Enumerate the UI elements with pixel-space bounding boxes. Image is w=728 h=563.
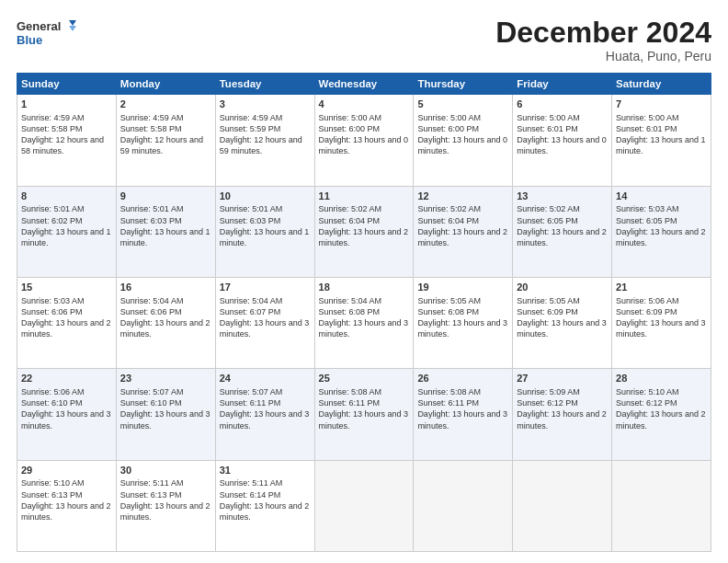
sunrise-text: Sunrise: 4:59 AM: [220, 112, 311, 123]
table-row: 29Sunrise: 5:10 AMSunset: 6:13 PMDayligh…: [17, 460, 117, 551]
sunset-text: Sunset: 6:05 PM: [517, 215, 608, 226]
daylight-text: Daylight: 13 hours and 0 minutes.: [319, 134, 410, 156]
sunset-text: Sunset: 6:03 PM: [220, 215, 311, 226]
sunset-text: Sunset: 6:06 PM: [21, 306, 112, 317]
day-number: 7: [616, 98, 707, 111]
day-number: 17: [220, 281, 311, 294]
sunset-text: Sunset: 6:08 PM: [319, 306, 410, 317]
col-tuesday: Tuesday: [215, 74, 314, 95]
table-row: 26Sunrise: 5:08 AMSunset: 6:11 PMDayligh…: [414, 369, 513, 460]
daylight-text: Daylight: 13 hours and 3 minutes.: [120, 408, 211, 431]
col-monday: Monday: [116, 74, 215, 95]
daylight-text: Daylight: 13 hours and 3 minutes.: [319, 408, 410, 431]
table-row: 12Sunrise: 5:02 AMSunset: 6:04 PMDayligh…: [414, 186, 513, 277]
calendar-week-row: 29Sunrise: 5:10 AMSunset: 6:13 PMDayligh…: [17, 460, 711, 551]
daylight-text: Daylight: 13 hours and 0 minutes.: [417, 134, 508, 156]
col-wednesday: Wednesday: [314, 74, 414, 95]
daylight-text: Daylight: 13 hours and 2 minutes.: [319, 226, 410, 248]
day-number: 1: [21, 98, 112, 111]
title-block: December 2024 Huata, Puno, Peru: [495, 17, 711, 63]
table-row: 20Sunrise: 5:05 AMSunset: 6:09 PMDayligh…: [513, 277, 612, 368]
table-row: 15Sunrise: 5:03 AMSunset: 6:06 PMDayligh…: [17, 277, 117, 368]
daylight-text: Daylight: 13 hours and 1 minute.: [21, 226, 112, 248]
sunset-text: Sunset: 6:02 PM: [21, 215, 112, 226]
day-number: 14: [616, 190, 707, 203]
sunrise-text: Sunrise: 5:06 AM: [616, 295, 707, 306]
daylight-text: Daylight: 13 hours and 3 minutes.: [417, 408, 508, 431]
sunrise-text: Sunrise: 5:00 AM: [517, 112, 608, 123]
sunset-text: Sunset: 6:11 PM: [319, 397, 410, 408]
day-number: 18: [319, 281, 410, 294]
day-number: 30: [120, 464, 211, 477]
day-number: 23: [120, 372, 211, 385]
table-row: 21Sunrise: 5:06 AMSunset: 6:09 PMDayligh…: [612, 277, 711, 368]
calendar-week-row: 22Sunrise: 5:06 AMSunset: 6:10 PMDayligh…: [17, 369, 711, 460]
sunset-text: Sunset: 5:58 PM: [21, 123, 112, 134]
table-row: 14Sunrise: 5:03 AMSunset: 6:05 PMDayligh…: [612, 186, 711, 277]
sunset-text: Sunset: 6:03 PM: [120, 215, 211, 226]
daylight-text: Daylight: 13 hours and 3 minutes.: [21, 408, 112, 431]
day-number: 28: [616, 372, 707, 385]
daylight-text: Daylight: 13 hours and 3 minutes.: [220, 408, 311, 431]
day-number: 9: [120, 190, 211, 203]
calendar-week-row: 1Sunrise: 4:59 AMSunset: 5:58 PMDaylight…: [17, 95, 711, 186]
sunset-text: Sunset: 6:09 PM: [616, 306, 707, 317]
sunrise-text: Sunrise: 5:01 AM: [21, 203, 112, 214]
calendar-week-row: 15Sunrise: 5:03 AMSunset: 6:06 PMDayligh…: [17, 277, 711, 368]
svg-text:Blue: Blue: [17, 33, 42, 47]
daylight-text: Daylight: 13 hours and 1 minute.: [616, 134, 707, 156]
daylight-text: Daylight: 13 hours and 1 minute.: [220, 226, 311, 248]
page: General Blue December 2024 Huata, Puno, …: [0, 0, 728, 563]
table-row: 10Sunrise: 5:01 AMSunset: 6:03 PMDayligh…: [215, 186, 314, 277]
daylight-text: Daylight: 13 hours and 2 minutes.: [517, 408, 608, 431]
svg-marker-2: [69, 20, 76, 26]
day-number: 8: [21, 190, 112, 203]
sunset-text: Sunset: 6:10 PM: [120, 397, 211, 408]
table-row: 22Sunrise: 5:06 AMSunset: 6:10 PMDayligh…: [17, 369, 117, 460]
table-row: 16Sunrise: 5:04 AMSunset: 6:06 PMDayligh…: [116, 277, 215, 368]
daylight-text: Daylight: 13 hours and 0 minutes.: [517, 134, 608, 156]
sunrise-text: Sunrise: 4:59 AM: [21, 112, 112, 123]
table-row: [414, 460, 513, 551]
sunrise-text: Sunrise: 5:00 AM: [319, 112, 410, 123]
sunrise-text: Sunrise: 5:11 AM: [220, 477, 311, 488]
sunrise-text: Sunrise: 5:02 AM: [517, 203, 608, 214]
sunset-text: Sunset: 6:01 PM: [517, 123, 608, 134]
daylight-text: Daylight: 13 hours and 3 minutes.: [417, 317, 508, 339]
col-thursday: Thursday: [414, 74, 513, 95]
daylight-text: Daylight: 13 hours and 2 minutes.: [517, 226, 608, 248]
daylight-text: Daylight: 13 hours and 2 minutes.: [220, 500, 311, 523]
day-number: 6: [517, 98, 608, 111]
day-number: 13: [517, 190, 608, 203]
svg-marker-3: [69, 26, 76, 31]
day-number: 24: [220, 372, 311, 385]
sunset-text: Sunset: 5:59 PM: [220, 123, 311, 134]
table-row: 13Sunrise: 5:02 AMSunset: 6:05 PMDayligh…: [513, 186, 612, 277]
table-row: 6Sunrise: 5:00 AMSunset: 6:01 PMDaylight…: [513, 95, 612, 186]
sunrise-text: Sunrise: 5:01 AM: [220, 203, 311, 214]
sunrise-text: Sunrise: 5:04 AM: [220, 295, 311, 306]
logo-svg: General Blue: [17, 17, 81, 52]
sunrise-text: Sunrise: 5:04 AM: [319, 295, 410, 306]
day-number: 2: [120, 98, 211, 111]
sunset-text: Sunset: 6:13 PM: [21, 489, 112, 500]
sunrise-text: Sunrise: 5:07 AM: [120, 386, 211, 397]
daylight-text: Daylight: 13 hours and 3 minutes.: [517, 317, 608, 339]
day-number: 19: [417, 281, 508, 294]
sunset-text: Sunset: 6:05 PM: [616, 215, 707, 226]
sunset-text: Sunset: 5:58 PM: [120, 123, 211, 134]
day-number: 25: [319, 372, 410, 385]
daylight-text: Daylight: 13 hours and 2 minutes.: [21, 317, 112, 339]
day-number: 4: [319, 98, 410, 111]
sunset-text: Sunset: 6:00 PM: [319, 123, 410, 134]
logo: General Blue: [17, 17, 81, 52]
day-number: 31: [220, 464, 311, 477]
daylight-text: Daylight: 13 hours and 2 minutes.: [616, 226, 707, 248]
day-number: 11: [319, 190, 410, 203]
sunset-text: Sunset: 6:00 PM: [417, 123, 508, 134]
svg-text:General: General: [17, 19, 61, 33]
sunset-text: Sunset: 6:10 PM: [21, 397, 112, 408]
sunrise-text: Sunrise: 5:01 AM: [120, 203, 211, 214]
header: General Blue December 2024 Huata, Puno, …: [17, 17, 711, 63]
col-sunday: Sunday: [17, 74, 117, 95]
